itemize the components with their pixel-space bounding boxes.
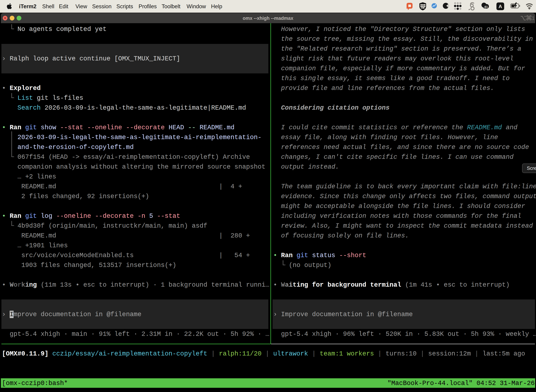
svg-text:1: 1 [532,15,535,21]
svg-text:A: A [498,4,502,9]
svg-text:..61: ..61 [483,5,488,9]
